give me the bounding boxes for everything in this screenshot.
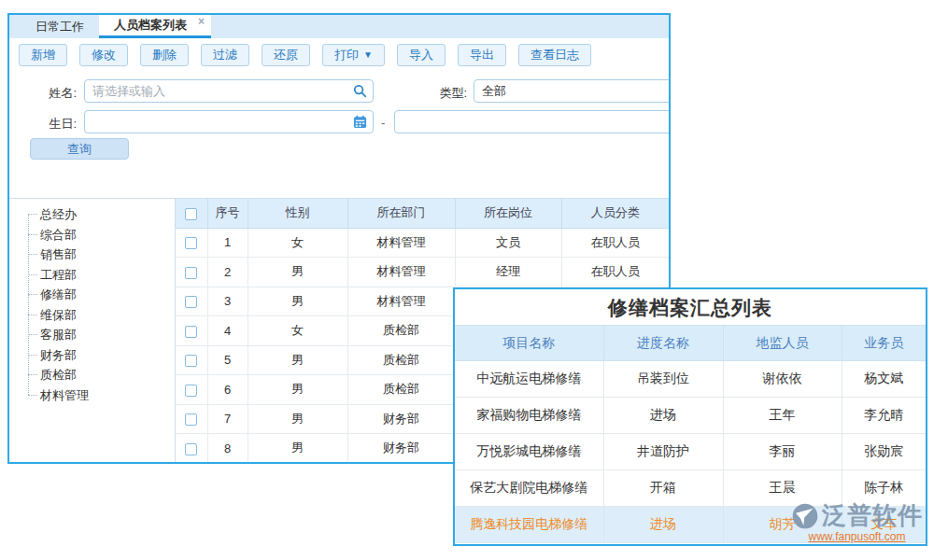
personnel-table-header-row: 序号 性别 所在部门 所在岗位 人员分类 — [176, 199, 669, 228]
add-button[interactable]: 新增 — [19, 44, 67, 66]
birthday-from-input[interactable] — [84, 110, 374, 133]
tree-item-finance[interactable]: 财务部 — [28, 345, 173, 366]
fanpu-logo-icon — [791, 502, 819, 530]
calendar-icon[interactable] — [353, 115, 367, 129]
tab-personnel-archive-label: 人员档案列表 — [114, 17, 187, 34]
close-icon[interactable]: × — [198, 16, 205, 27]
row-select-checkbox[interactable] — [185, 413, 197, 426]
tree-item-maintenance[interactable]: 维保部 — [28, 305, 173, 326]
delete-button[interactable]: 删除 — [140, 44, 189, 66]
print-button[interactable]: 打印 ▼ — [322, 44, 385, 66]
tree-item-sales[interactable]: 销售部 — [28, 245, 173, 265]
restore-button[interactable]: 还原 — [262, 44, 310, 66]
tree-item-repair[interactable]: 修缮部 — [28, 285, 173, 305]
tab-daily-work[interactable]: 日常工作 — [21, 15, 99, 38]
export-button[interactable]: 导出 — [458, 44, 506, 66]
birthday-from-wrap — [84, 110, 374, 133]
repair-summary-panel: 修缮档案汇总列表 项目名称 进度名称 地监人员 业务员 中远航运电梯修缮 吊装到… — [453, 287, 927, 546]
filter-button[interactable]: 过滤 — [201, 44, 249, 66]
summary-header-row: 项目名称 进度名称 地监人员 业务员 — [455, 326, 926, 361]
search-icon[interactable] — [353, 84, 367, 98]
col-position: 所在岗位 — [455, 199, 561, 228]
tree-item-quality[interactable]: 质检部 — [28, 365, 173, 385]
row-select-checkbox[interactable] — [185, 355, 197, 367]
birthday-to-wrap — [394, 110, 671, 133]
summary-row[interactable]: 万悦影城电梯修缮 井道防护 李丽 张勋宸 — [455, 434, 926, 470]
row-select-checkbox[interactable] — [185, 385, 197, 397]
summary-title: 修缮档案汇总列表 — [455, 289, 926, 325]
col-seq: 序号 — [207, 199, 248, 228]
summary-row[interactable]: 家福购物电梯修缮 进场 王年 李允晴 — [455, 398, 926, 434]
edit-button[interactable]: 修改 — [79, 44, 128, 66]
tree-item-engineering[interactable]: 工程部 — [28, 265, 173, 286]
col-supervisor: 地监人员 — [723, 326, 842, 361]
row-select-checkbox[interactable] — [185, 296, 197, 308]
import-button[interactable]: 导入 — [397, 44, 446, 66]
col-salesman: 业务员 — [842, 326, 926, 361]
col-project-name: 项目名称 — [455, 326, 603, 361]
caret-down-icon: ▼ — [363, 48, 373, 63]
row-select-checkbox[interactable] — [185, 237, 197, 249]
tree-item-material[interactable]: 材料管理 — [28, 385, 173, 406]
col-gender: 性别 — [248, 199, 347, 228]
department-tree-panel: 总经办 综合部 销售部 工程部 修缮部 维保部 客服部 财务部 质检部 材料管理 — [9, 199, 176, 462]
date-range-separator: - — [381, 116, 385, 130]
type-select[interactable] — [474, 79, 671, 103]
col-category: 人员分类 — [561, 199, 669, 228]
row-select-checkbox[interactable] — [185, 443, 197, 455]
tab-personnel-archive[interactable]: 人员档案列表 × — [99, 15, 211, 38]
query-button[interactable]: 查询 — [30, 138, 129, 160]
birthday-to-input[interactable] — [394, 110, 671, 133]
type-label: 类型: — [411, 85, 467, 102]
screen: 日常工作 人员档案列表 × 新增 修改 删除 过滤 还原 打印 ▼ 导入 导出 … — [0, 0, 934, 560]
tab-bar: 日常工作 人员档案列表 × — [9, 15, 669, 38]
row-select-checkbox[interactable] — [185, 267, 197, 279]
table-row[interactable]: 2 男 材料管理 经理 在职人员 — [176, 258, 669, 287]
tree-item-general-office[interactable]: 总经办 — [28, 204, 173, 225]
tree-item-customer-service[interactable]: 客服部 — [28, 325, 173, 345]
summary-row[interactable]: 中远航运电梯修缮 吊装到位 谢依依 杨文斌 — [455, 361, 926, 398]
name-input-wrap — [84, 79, 374, 103]
tree-item-comprehensive[interactable]: 综合部 — [28, 225, 173, 245]
name-input[interactable] — [84, 79, 374, 103]
watermark-url: www.fanpusoft.com — [791, 530, 923, 543]
name-label: 姓名: — [13, 85, 77, 102]
view-log-button[interactable]: 查看日志 — [518, 44, 591, 66]
department-tree: 总经办 综合部 销售部 工程部 修缮部 维保部 客服部 财务部 质检部 材料管理 — [28, 204, 173, 405]
watermark-brand: 泛普软件 — [822, 499, 923, 532]
col-department: 所在部门 — [347, 199, 455, 228]
toolbar: 新增 修改 删除 过滤 还原 打印 ▼ 导入 导出 查看日志 — [9, 38, 669, 72]
tab-daily-work-label: 日常工作 — [35, 19, 84, 35]
select-all-cell — [176, 199, 207, 228]
watermark: 泛普软件 www.fanpusoft.com — [791, 499, 923, 543]
row-select-checkbox[interactable] — [185, 326, 197, 338]
table-row[interactable]: 1 女 材料管理 文员 在职人员 — [176, 228, 669, 258]
type-input-wrap — [474, 79, 671, 103]
select-all-checkbox[interactable] — [185, 208, 197, 220]
col-progress-name: 进度名称 — [603, 326, 723, 361]
birthday-label: 生日: — [13, 116, 77, 133]
